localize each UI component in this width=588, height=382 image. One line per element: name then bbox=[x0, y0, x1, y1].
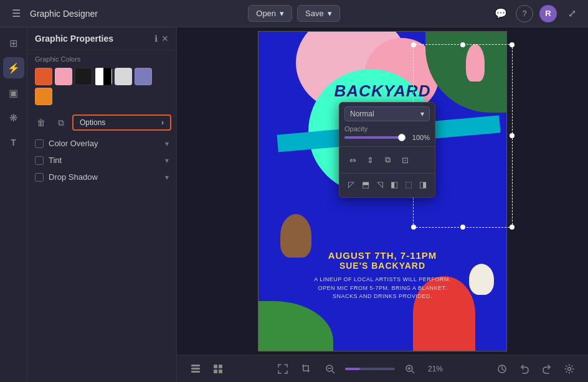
delete-icon[interactable]: 🗑 bbox=[32, 114, 50, 131]
help-icon[interactable]: ? bbox=[516, 5, 533, 22]
topbar-left: ☰ Graphic Designer bbox=[7, 5, 240, 22]
sidebar-item-filters[interactable]: ⚡ bbox=[3, 57, 24, 78]
svg-rect-2 bbox=[191, 371, 200, 373]
swatch-purple-blue[interactable] bbox=[135, 68, 152, 85]
info-icon[interactable]: ℹ bbox=[154, 34, 158, 44]
sidebar-item-layers[interactable]: ▣ bbox=[3, 82, 24, 103]
swatch-half-white-black[interactable] bbox=[95, 68, 112, 85]
options-button[interactable]: Options › bbox=[72, 114, 171, 131]
tint-checkbox[interactable] bbox=[35, 156, 44, 165]
align-top-center-icon[interactable]: ⬒ bbox=[359, 176, 372, 192]
swatch-pink[interactable] bbox=[55, 68, 72, 85]
swatch-light-gray[interactable] bbox=[115, 68, 132, 85]
svg-point-15 bbox=[568, 367, 571, 370]
effect-drop-shadow[interactable]: Drop Shadow ▾ bbox=[27, 169, 176, 185]
fit-to-screen-icon[interactable] bbox=[274, 360, 292, 378]
align-center-icon[interactable]: ⇕ bbox=[362, 152, 378, 168]
history-icon[interactable] bbox=[493, 360, 511, 378]
bottom-leaves bbox=[258, 301, 333, 351]
app-title: Graphic Designer bbox=[30, 9, 98, 19]
topbar-center: Open ▾ Save ▾ bbox=[248, 5, 339, 22]
bottom-center: 21% bbox=[234, 360, 486, 378]
handle-mid-right[interactable] bbox=[510, 133, 514, 138]
handle-top-right[interactable] bbox=[510, 42, 514, 47]
blend-mode-row: Normal ▾ bbox=[339, 103, 435, 125]
backyard-text: BACKYARD bbox=[258, 82, 506, 101]
drop-shadow-expand-icon[interactable]: ▾ bbox=[165, 173, 169, 182]
flamingo-body bbox=[466, 44, 485, 82]
grid-icon[interactable] bbox=[209, 360, 227, 378]
color-overlay-expand-icon[interactable]: ▾ bbox=[165, 139, 169, 148]
expand-icon[interactable]: ⤢ bbox=[563, 5, 581, 22]
zoom-out-icon[interactable] bbox=[321, 360, 339, 378]
comment-icon[interactable]: 💬 bbox=[492, 5, 510, 22]
menu-icon[interactable]: ☰ bbox=[7, 5, 25, 22]
align-top-left-icon[interactable]: ◸ bbox=[344, 176, 358, 192]
svg-rect-1 bbox=[191, 368, 200, 370]
drop-shadow-checkbox[interactable] bbox=[35, 173, 44, 182]
color-overlay-checkbox[interactable] bbox=[35, 139, 44, 148]
align-mid-center-icon[interactable]: ⬚ bbox=[402, 176, 415, 192]
popup-divider2 bbox=[339, 173, 435, 174]
align-mid-left-icon[interactable]: ◧ bbox=[388, 176, 401, 192]
svg-rect-5 bbox=[214, 370, 217, 373]
popup-divider1 bbox=[339, 146, 435, 147]
paste-icon[interactable]: ⊡ bbox=[397, 152, 413, 168]
align-distribute-icon[interactable]: ⇔ bbox=[344, 152, 361, 168]
color-overlay-label: Color Overlay bbox=[49, 139, 160, 148]
poster-info: AUGUST 7TH, 7-11PM SUE'S BACKYARD A LINE… bbox=[258, 250, 506, 301]
settings-icon[interactable] bbox=[561, 360, 578, 378]
opacity-slider-track[interactable] bbox=[344, 136, 404, 139]
zoom-in-icon[interactable] bbox=[401, 360, 419, 378]
properties-panel: Graphic Properties ℹ ✕ Graphic Colors 🗑 … bbox=[27, 27, 177, 382]
svg-line-13 bbox=[412, 371, 414, 373]
swatch-black[interactable] bbox=[75, 68, 92, 85]
effect-tint[interactable]: Tint ▾ bbox=[27, 152, 176, 169]
date-text: AUGUST 7TH, 7-11PM bbox=[258, 250, 506, 261]
opacity-slider-thumb[interactable] bbox=[398, 134, 405, 141]
chevron-down-icon: ▾ bbox=[420, 109, 424, 118]
copy-icon[interactable]: ⧉ bbox=[379, 152, 396, 168]
bottom-bar: 21% bbox=[177, 355, 588, 382]
sidebar-item-shapes[interactable]: ❋ bbox=[3, 107, 24, 128]
svg-rect-0 bbox=[191, 365, 200, 366]
popup-icons-row2: ◸ ⬒ ◹ ◧ ⬚ ◨ bbox=[339, 176, 435, 192]
redo-icon[interactable] bbox=[538, 360, 556, 378]
avatar[interactable]: R bbox=[539, 5, 557, 22]
open-button[interactable]: Open ▾ bbox=[248, 5, 292, 22]
zoom-slider-fill bbox=[345, 368, 360, 370]
opacity-slider-row: 100% bbox=[339, 133, 435, 144]
canvas-container[interactable]: BACKYARD 1ST ANNUAL FEST BACKYARD bbox=[177, 27, 588, 355]
icon-sidebar: ⊞ ⚡ ▣ ❋ T bbox=[0, 27, 27, 382]
save-button[interactable]: Save ▾ bbox=[297, 5, 340, 22]
duplicate-icon[interactable]: ⧉ bbox=[52, 114, 70, 131]
effect-color-overlay[interactable]: Color Overlay ▾ bbox=[27, 135, 176, 152]
chevron-down-icon: ▾ bbox=[328, 9, 332, 18]
chevron-down-icon: ▾ bbox=[280, 9, 284, 18]
swatch-amber[interactable] bbox=[35, 88, 52, 105]
opacity-slider-fill bbox=[344, 136, 403, 139]
close-icon[interactable]: ✕ bbox=[161, 34, 169, 44]
sidebar-item-home[interactable]: ⊞ bbox=[3, 32, 24, 54]
undo-icon[interactable] bbox=[516, 360, 533, 378]
tint-label: Tint bbox=[49, 156, 160, 165]
handle-bottom-right[interactable] bbox=[510, 225, 514, 230]
align-mid-right-icon[interactable]: ◨ bbox=[417, 176, 430, 192]
tint-expand-icon[interactable]: ▾ bbox=[165, 156, 169, 165]
svg-rect-3 bbox=[214, 365, 217, 368]
crop-icon[interactable] bbox=[298, 360, 315, 378]
zoom-level: 21% bbox=[425, 365, 447, 373]
layers-icon[interactable] bbox=[187, 360, 204, 378]
chevron-right-icon: › bbox=[161, 118, 164, 127]
color-swatches bbox=[27, 65, 176, 110]
topbar-right: 💬 ? R ⤢ bbox=[348, 5, 581, 22]
align-top-right-icon[interactable]: ◹ bbox=[373, 176, 386, 192]
blend-mode-dropdown[interactable]: Normal ▾ bbox=[344, 106, 430, 121]
sidebar-item-text[interactable]: T bbox=[3, 132, 24, 153]
zoom-slider[interactable] bbox=[345, 368, 395, 370]
svg-rect-4 bbox=[219, 365, 222, 368]
opacity-label: Opacity bbox=[339, 125, 435, 133]
action-row: 🗑 ⧉ Options › bbox=[27, 110, 176, 135]
swatch-orange[interactable] bbox=[35, 68, 52, 85]
canvas-area: BACKYARD 1ST ANNUAL FEST BACKYARD bbox=[177, 27, 588, 382]
